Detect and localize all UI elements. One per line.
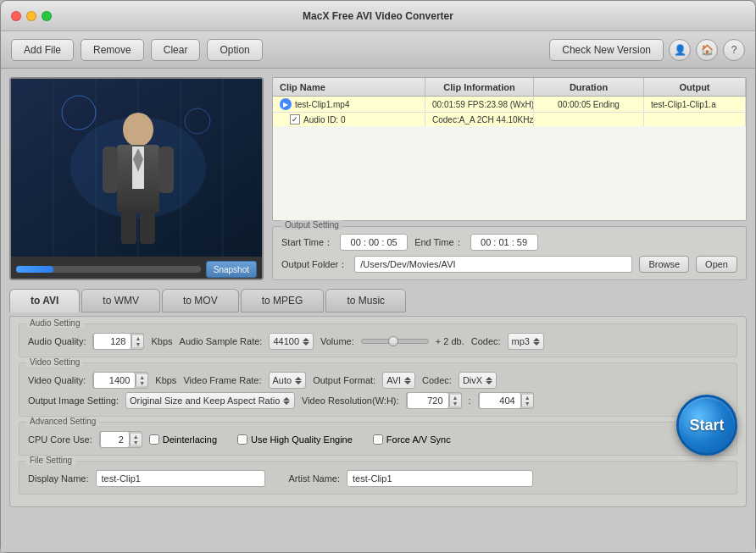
minimize-button[interactable] — [26, 11, 36, 21]
high-quality-option[interactable]: Use High Quality Engine — [237, 434, 353, 445]
video-settings-row1: Video Quality: ▲ ▼ Kbps Video Frame Rate… — [28, 372, 728, 389]
duration-cell: 00:00:05 Ending — [534, 97, 644, 112]
video-frame-rate-label: Video Frame Rate: — [183, 375, 261, 385]
output-format-select[interactable]: AVI — [382, 372, 415, 389]
main-window: MacX Free AVI Video Converter Add File R… — [0, 0, 756, 553]
title-bar: MacX Free AVI Video Converter — [1, 1, 755, 31]
help-icon-button[interactable]: ? — [723, 39, 745, 61]
video-settings-row2: Output Image Setting: Original Size and … — [28, 392, 728, 409]
video-resolution-w[interactable] — [407, 392, 449, 409]
video-preview: Snapshot — [9, 77, 264, 280]
audio-settings-row: Audio Quality: ▲ ▼ Kbps Audio Sample Rat… — [28, 333, 728, 350]
video-frame-rate-arrow — [295, 377, 302, 384]
add-file-button[interactable]: Add File — [11, 39, 74, 61]
video-codec-label: Codec: — [422, 375, 452, 385]
file-setting-group: File Setting Display Name: Artist Name: — [19, 461, 737, 495]
artist-name-input[interactable] — [347, 470, 533, 487]
file-table: Clip Name Clip Information Duration Outp… — [272, 77, 747, 221]
output-setting: Output Setting Start Time： End Time： Out… — [272, 226, 747, 280]
cpu-down[interactable]: ▼ — [131, 440, 142, 445]
video-res-w-down[interactable]: ▼ — [450, 401, 461, 406]
video-res-h-down[interactable]: ▼ — [522, 401, 533, 406]
video-res-h-up[interactable]: ▲ — [522, 395, 533, 401]
output-image-setting-label: Output Image Setting: — [28, 395, 119, 406]
start-time-input[interactable] — [340, 234, 408, 251]
open-button[interactable]: Open — [696, 256, 737, 273]
close-button[interactable] — [11, 11, 21, 21]
end-time-input[interactable] — [470, 234, 538, 251]
audio-quality-spinners: ▲ ▼ — [131, 335, 143, 347]
user-icon-button[interactable]: 👤 — [669, 39, 691, 61]
check-version-button[interactable]: Check New Version — [549, 39, 664, 61]
audio-quality-up[interactable]: ▲ — [132, 335, 143, 341]
cpu-core-label: CPU Core Use: — [28, 434, 92, 445]
tab-mpeg[interactable]: to MPEG — [241, 289, 325, 312]
svg-rect-11 — [103, 147, 118, 193]
home-icon-button[interactable]: 🏠 — [696, 39, 718, 61]
video-quality-input[interactable]: ▲ ▼ — [92, 372, 148, 389]
settings-panel: Audio Setting Audio Quality: ▲ ▼ Kbps Au… — [9, 316, 747, 507]
volume-label: Volume: — [320, 336, 354, 346]
maximize-button[interactable] — [42, 11, 52, 21]
video-content — [11, 79, 262, 257]
start-button[interactable]: Start — [676, 395, 737, 456]
high-quality-checkbox[interactable] — [237, 434, 247, 445]
output-image-setting-select[interactable]: Original Size and Keep Aspect Ratio — [125, 392, 295, 409]
tab-avi[interactable]: to AVI — [9, 289, 80, 312]
deinterlacing-option[interactable]: Deinterlacing — [149, 434, 217, 445]
svg-rect-12 — [158, 147, 174, 193]
video-resolution-h[interactable] — [479, 392, 521, 409]
video-quality-down[interactable]: ▼ — [136, 380, 147, 386]
display-name-label: Display Name: — [28, 473, 89, 484]
output-folder-input[interactable] — [354, 256, 632, 273]
advanced-setting-group: Advanced Setting CPU Core Use: ▲ ▼ — [19, 422, 737, 456]
video-setting-group: Video Setting Video Quality: ▲ ▼ Kbps Vi… — [19, 362, 737, 417]
audio-checkbox[interactable]: ✓ — [290, 114, 300, 124]
audio-quality-value[interactable] — [93, 333, 131, 350]
display-name-input[interactable] — [96, 470, 265, 487]
cpu-core-value[interactable] — [100, 431, 130, 448]
video-progress-bar[interactable] — [16, 266, 201, 273]
audio-quality-down[interactable]: ▼ — [132, 341, 143, 347]
advanced-settings-row: CPU Core Use: ▲ ▼ Deinterlacing — [28, 431, 728, 448]
output-setting-label: Output Setting — [281, 220, 342, 229]
cpu-up[interactable]: ▲ — [131, 434, 142, 440]
deinterlacing-checkbox[interactable] — [149, 434, 159, 445]
video-quality-spinners: ▲ ▼ — [136, 374, 147, 386]
force-av-option[interactable]: Force A/V Sync — [373, 434, 451, 445]
tab-music[interactable]: to Music — [325, 289, 406, 312]
force-av-checkbox[interactable] — [373, 434, 383, 445]
video-quality-up[interactable]: ▲ — [136, 374, 147, 380]
video-resolution-w-input[interactable]: ▲ ▼ — [406, 392, 462, 409]
clear-button[interactable]: Clear — [151, 39, 201, 61]
end-time-label: End Time： — [414, 236, 463, 249]
svg-point-7 — [123, 113, 153, 147]
audio-quality-input[interactable]: ▲ ▼ — [92, 333, 144, 350]
table-header: Clip Name Clip Information Duration Outp… — [273, 78, 746, 97]
video-resolution-h-input[interactable]: ▲ ▼ — [478, 392, 534, 409]
audio-sample-rate-label: Audio Sample Rate: — [180, 336, 263, 346]
snapshot-button[interactable]: Snapshot — [206, 261, 257, 278]
table-row[interactable]: ▶ test-Clip1.mp4 00:01:59 FPS:23.98 (WxH… — [273, 97, 746, 113]
tab-wmv[interactable]: to WMV — [81, 289, 160, 312]
remove-button[interactable]: Remove — [81, 39, 144, 61]
traffic-lights — [11, 11, 52, 21]
video-res-w-up[interactable]: ▲ — [450, 395, 461, 401]
output-sub-cell — [644, 113, 746, 126]
window-title: MacX Free AVI Video Converter — [303, 10, 453, 22]
volume-slider-track[interactable] — [361, 339, 429, 344]
video-codec-select[interactable]: DivX — [459, 372, 497, 389]
video-frame-rate-select[interactable]: Auto — [269, 372, 307, 389]
audio-setting-label: Audio Setting — [26, 318, 84, 328]
option-button[interactable]: Option — [207, 39, 262, 61]
audio-sample-rate-select[interactable]: 44100 — [269, 333, 314, 350]
tab-mov[interactable]: to MOV — [162, 289, 239, 312]
audio-codec-select[interactable]: mp3 — [508, 333, 544, 350]
start-time-label: Start Time： — [281, 236, 333, 249]
video-quality-value[interactable] — [93, 372, 136, 389]
audio-quality-unit: Kbps — [151, 336, 172, 346]
video-resolution-h-spinners: ▲ ▼ — [521, 395, 533, 406]
browse-button[interactable]: Browse — [639, 256, 689, 273]
volume-slider-thumb[interactable] — [388, 336, 398, 346]
cpu-core-input[interactable]: ▲ ▼ — [99, 431, 142, 448]
